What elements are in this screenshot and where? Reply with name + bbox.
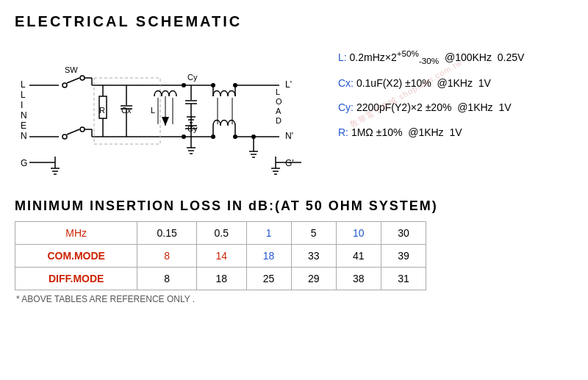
table-row-commode: COM.MODE 8 14 18 33 41 39 <box>15 245 426 268</box>
spec-r: R: 1MΩ ±10% @1KHz 1V <box>338 122 573 143</box>
svg-line-16 <box>67 129 79 135</box>
diffmode-val-1: 25 <box>246 268 291 290</box>
svg-text:N: N <box>21 131 27 141</box>
specs-panel: L: 0.2mHz×2+50%-30% @100KHz 0.25V Cx: 0.… <box>323 37 573 143</box>
commode-val-30: 39 <box>381 245 426 268</box>
spec-l: L: 0.2mHz×2+50%-30% @100KHz 0.25V <box>338 45 573 70</box>
schematic-row: L L I N E SW N <box>15 37 573 187</box>
schematic-diagram: L L I N E SW N <box>15 37 323 187</box>
svg-text:N: N <box>21 110 27 121</box>
svg-text:L: L <box>151 106 155 115</box>
commode-val-015: 8 <box>137 245 197 268</box>
svg-text:G': G' <box>285 158 294 168</box>
col-header-mhz: MHz <box>15 222 137 245</box>
svg-point-43 <box>182 83 186 87</box>
svg-text:L: L <box>276 87 280 96</box>
col-header-05: 0.5 <box>196 222 246 245</box>
svg-point-7 <box>62 83 67 87</box>
svg-text:O: O <box>276 97 282 106</box>
svg-text:L: L <box>21 90 26 100</box>
svg-text:E: E <box>21 121 26 131</box>
diffmode-val-30: 31 <box>381 268 426 290</box>
insertion-loss-table: MHz 0.15 0.5 1 5 10 30 COM.MODE 8 14 18 … <box>15 221 426 290</box>
svg-text:A: A <box>276 107 282 115</box>
svg-marker-39 <box>162 117 169 126</box>
diffmode-val-015: 8 <box>137 268 197 290</box>
svg-text:N': N' <box>285 131 293 141</box>
diffmode-val-5: 29 <box>291 268 336 290</box>
col-header-015: 0.15 <box>137 222 197 245</box>
svg-text:L: L <box>21 79 26 90</box>
svg-text:SW: SW <box>65 65 78 74</box>
svg-point-45 <box>182 135 186 139</box>
commode-val-1: 18 <box>246 245 291 268</box>
table-header-row: MHz 0.15 0.5 1 5 10 30 <box>15 222 426 245</box>
svg-point-69 <box>211 83 215 87</box>
col-header-30: 30 <box>381 222 426 245</box>
col-header-10: 10 <box>336 222 381 245</box>
svg-text:G: G <box>21 158 27 168</box>
svg-point-15 <box>62 135 67 139</box>
svg-point-88 <box>251 135 256 139</box>
svg-text:Cy: Cy <box>187 73 198 82</box>
svg-text:D: D <box>276 116 282 125</box>
commode-val-10: 41 <box>336 245 381 268</box>
svg-point-9 <box>80 76 85 80</box>
commode-val-05: 14 <box>196 245 246 268</box>
svg-point-17 <box>80 127 85 132</box>
schematic-title: ELECTRICAL SCHEMATIC <box>15 13 573 30</box>
table-note: * ABOVE TABLES ARE REFERENCE ONLY . <box>16 294 573 304</box>
svg-text:L': L' <box>285 79 292 90</box>
svg-point-70 <box>211 135 215 139</box>
main-container: ELECTRICAL SCHEMATIC L L I N E SW <box>0 0 588 312</box>
svg-text:I: I <box>21 100 23 110</box>
commode-label: COM.MODE <box>15 245 137 268</box>
svg-line-8 <box>67 78 79 83</box>
spec-cx: Cx: 0.1uF(X2) ±10% @1KHz 1V <box>338 73 573 94</box>
col-header-5: 5 <box>291 222 336 245</box>
commode-val-5: 33 <box>291 245 336 268</box>
svg-text:R: R <box>99 106 105 115</box>
diffmode-val-10: 38 <box>336 268 381 290</box>
insertion-loss-title: MINIMUM INSERTION LOSS IN dB:(AT 50 OHM … <box>15 198 573 214</box>
col-header-1: 1 <box>246 222 291 245</box>
diffmode-label: DIFF.MODE <box>15 268 137 290</box>
diffmode-val-05: 18 <box>196 268 246 290</box>
table-row-diffmode: DIFF.MODE 8 18 25 29 38 31 <box>15 268 426 290</box>
spec-cy: Cy: 2200pF(Y2)×2 ±20% @1KHz 1V <box>338 97 573 118</box>
